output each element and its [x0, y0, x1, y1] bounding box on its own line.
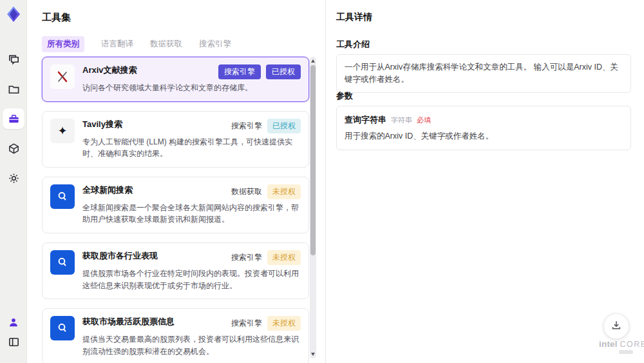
list-scrollbar[interactable] — [310, 57, 316, 358]
tool-card-tavily[interactable]: ✦ Tavily搜索 搜索引擎 已授权 专为人工智能代理 (LLM) 构建的搜索… — [42, 111, 309, 168]
card-content: 获取市场最活跃股票信息 搜索引擎 未授权 提供当天交易量最高的股票列表，投资者可… — [82, 316, 301, 357]
tool-card-sector-performance[interactable]: 获取股市各行业表现 搜索引擎 未授权 提供股票市场各个行业在特定时间段内的表现。… — [42, 242, 309, 299]
tool-card-list: Arxiv文献搜索 搜索引擎 已授权 访问各个研究领域大量科学论文和文章的存储库… — [42, 57, 309, 363]
tool-card-arxiv[interactable]: Arxiv文献搜索 搜索引擎 已授权 访问各个研究领域大量科学论文和文章的存储库… — [42, 57, 309, 102]
card-content: 全球新闻搜索 数据获取 未授权 全球新闻搜索是一个聚合全球各大新闻网站内容的搜索… — [82, 184, 301, 226]
app-logo[interactable] — [5, 5, 23, 23]
chat-icon — [8, 54, 20, 66]
sidebar-item-user[interactable] — [3, 312, 24, 333]
category-tabs: 所有类别 语言翻译 数据获取 搜索引擎 — [42, 36, 231, 52]
core-brand-text: core — [620, 340, 644, 349]
arxiv-logo-icon — [50, 64, 75, 89]
download-icon — [611, 319, 622, 333]
tool-name: 获取股市各行业表现 — [82, 250, 158, 262]
tab-data-fetch[interactable]: 数据获取 — [150, 36, 182, 52]
tool-name: Tavily搜索 — [82, 119, 122, 130]
gem-icon — [5, 5, 23, 23]
category-badge: 搜索引擎 — [231, 316, 262, 331]
tool-description: 专为人工智能代理 (LLM) 构建的搜索引擎工具，可快速提供实时、准确和真实的结… — [82, 136, 301, 160]
param-box: 查询字符串 字符串 必填 用于搜索的Arxiv ID、关键字或作者姓名。 — [336, 106, 631, 150]
intel-core-logo: intel core — [599, 339, 644, 349]
tool-name: 获取市场最活跃股票信息 — [82, 316, 175, 328]
sidebar-item-tools[interactable] — [3, 108, 24, 129]
tool-description: 访问各个研究领域大量科学论文和文章的存储库。 — [82, 82, 301, 94]
tavily-sparkle-icon: ✦ — [50, 119, 75, 143]
auth-status-badge: 已授权 — [266, 64, 301, 79]
param-type: 字符串 — [391, 115, 412, 125]
tool-card-global-news[interactable]: 全球新闻搜索 数据获取 未授权 全球新闻搜索是一个聚合全球各大新闻网站内容的搜索… — [42, 177, 309, 233]
scroll-up-icon[interactable] — [311, 59, 315, 63]
tool-card-most-active-stocks[interactable]: 获取市场最活跃股票信息 搜索引擎 未授权 提供当天交易量最高的股票列表，投资者可… — [42, 308, 309, 363]
blue-search-icon — [50, 316, 75, 340]
user-icon — [8, 317, 19, 328]
scroll-down-icon[interactable] — [311, 353, 315, 356]
params-heading: 参数 — [336, 90, 353, 102]
category-badge: 搜索引擎 — [231, 119, 262, 133]
package-icon — [8, 142, 20, 155]
auth-status-badge: 未授权 — [267, 184, 301, 199]
auth-status-badge: 未授权 — [267, 316, 301, 331]
card-content: Arxiv文献搜索 搜索引擎 已授权 访问各个研究领域大量科学论文和文章的存储库… — [82, 64, 301, 94]
tool-name: 全球新闻搜索 — [82, 184, 133, 196]
tab-language-translation[interactable]: 语言翻译 — [101, 36, 133, 52]
tab-search-engine[interactable]: 搜索引擎 — [199, 36, 231, 52]
sidebar-item-files[interactable] — [3, 79, 24, 99]
panel-toggle-icon — [8, 336, 20, 348]
auth-status-badge: 已授权 — [267, 119, 301, 133]
page-title: 工具集 — [42, 12, 71, 24]
param-required-badge: 必填 — [417, 115, 431, 125]
tool-detail-panel: 工具详情 工具介绍 一个用于从Arxiv存储库搜索科学论文和文章的工具。 输入可… — [325, 0, 644, 363]
intel-logo-subline — [619, 350, 633, 354]
tab-all-categories[interactable]: 所有类别 — [42, 36, 84, 52]
category-badge: 搜索引擎 — [218, 64, 261, 79]
sidebar-item-settings[interactable] — [3, 168, 24, 188]
gear-icon — [8, 172, 20, 184]
scrollbar-thumb[interactable] — [310, 65, 316, 255]
left-rail — [0, 0, 27, 363]
tool-description: 提供当天交易量最高的股票列表，投资者可以利用这些信息来识别流动性强的股票和潜在的… — [82, 333, 301, 357]
param-name: 查询字符串 — [345, 114, 386, 126]
sidebar-item-panel-toggle[interactable] — [3, 331, 24, 352]
category-badge: 搜索引擎 — [231, 250, 262, 265]
intel-brand-text: intel — [599, 339, 618, 349]
download-button[interactable] — [603, 313, 629, 339]
category-badge: 数据获取 — [231, 184, 262, 199]
intro-box: 一个用于从Arxiv存储库搜索科学论文和文章的工具。 输入可以是Arxiv ID… — [336, 54, 631, 93]
card-content: 获取股市各行业表现 搜索引擎 未授权 提供股票市场各个行业在特定时间段内的表现。… — [82, 250, 301, 291]
param-description: 用于搜索的Arxiv ID、关键字或作者姓名。 — [345, 131, 623, 142]
folder-icon — [8, 83, 20, 95]
tool-description: 提供股票市场各个行业在特定时间段内的表现。投资者可以利用这些信息来识别表现优于或… — [82, 268, 301, 291]
auth-status-badge: 未授权 — [267, 250, 301, 265]
tool-list-panel: 工具集 所有类别 语言翻译 数据获取 搜索引擎 Arxiv文献搜索 搜索引擎 已… — [27, 0, 325, 363]
sidebar-item-packages[interactable] — [3, 138, 24, 159]
blue-search-icon — [50, 184, 75, 209]
intro-heading: 工具介绍 — [336, 39, 370, 50]
tool-description: 全球新闻搜索是一个聚合全球各大新闻网站内容的搜索引擎，帮助用户快速获取全球最新资… — [82, 202, 301, 226]
toolbox-icon — [8, 113, 20, 125]
blue-search-icon — [50, 250, 75, 275]
detail-title: 工具详情 — [336, 12, 372, 23]
card-content: Tavily搜索 搜索引擎 已授权 专为人工智能代理 (LLM) 构建的搜索引擎… — [82, 119, 301, 160]
tool-name: Arxiv文献搜索 — [82, 64, 137, 76]
sidebar-item-chat[interactable] — [3, 49, 24, 70]
